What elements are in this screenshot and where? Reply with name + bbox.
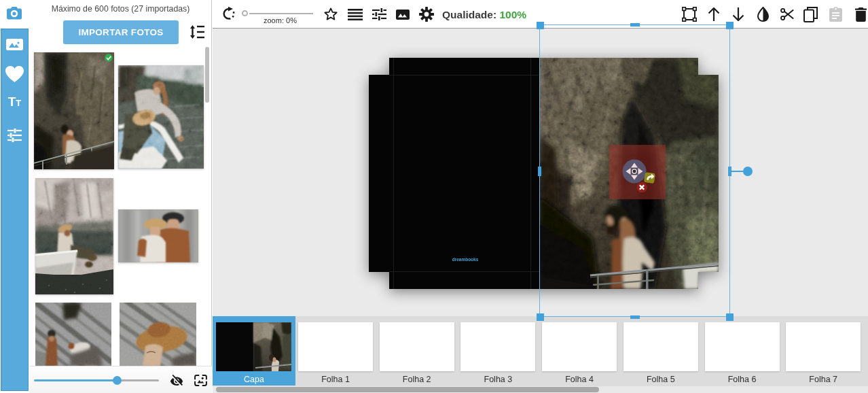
svg-text:dreambooks: dreambooks bbox=[452, 257, 479, 262]
